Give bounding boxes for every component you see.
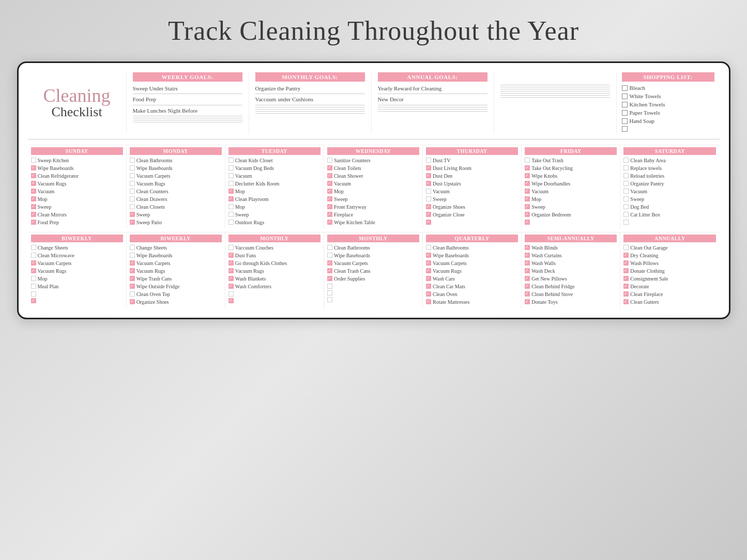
thursday-task-3-checkbox[interactable] [426, 181, 431, 186]
tuesday-task-2-checkbox[interactable] [228, 173, 234, 178]
sunday-task-8-checkbox[interactable] [31, 220, 36, 225]
thursday-bottom-task-3-checkbox[interactable] [426, 268, 431, 273]
saturday-bottom-task-0-checkbox[interactable] [623, 245, 629, 250]
saturday-task-6-checkbox[interactable] [623, 204, 629, 209]
sunday-bottom-task-7-checkbox[interactable] [31, 298, 36, 303]
monday-task-3-checkbox[interactable] [130, 181, 135, 186]
wednesday-task-8-checkbox[interactable] [327, 220, 332, 225]
wednesday-task-4-checkbox[interactable] [327, 189, 332, 194]
sunday-bottom-task-6-checkbox[interactable] [31, 291, 36, 297]
sunday-bottom-task-3-checkbox[interactable] [31, 268, 36, 273]
tuesday-task-0-checkbox[interactable] [228, 158, 234, 163]
tuesday-task-4-checkbox[interactable] [228, 189, 234, 194]
sunday-task-3-checkbox[interactable] [31, 181, 36, 186]
thursday-bottom-task-0-checkbox[interactable] [426, 245, 431, 250]
sunday-bottom-task-0-checkbox[interactable] [31, 245, 36, 250]
wednesday-task-6-checkbox[interactable] [327, 204, 332, 209]
friday-task-2-checkbox[interactable] [525, 173, 530, 178]
thursday-task-6-checkbox[interactable] [426, 204, 431, 209]
friday-bottom-task-2-checkbox[interactable] [525, 260, 530, 266]
wednesday-task-1-checkbox[interactable] [327, 165, 332, 170]
saturday-task-0-checkbox[interactable] [623, 158, 629, 163]
tuesday-task-8-checkbox[interactable] [228, 220, 234, 225]
wednesday-bottom-task-6-checkbox[interactable] [327, 290, 332, 295]
sunday-task-1-checkbox[interactable] [31, 165, 36, 170]
wednesday-bottom-task-1-checkbox[interactable] [327, 253, 332, 258]
sunday-task-7-checkbox[interactable] [31, 212, 36, 217]
blank-checkbox[interactable] [622, 126, 628, 132]
wednesday-task-5-checkbox[interactable] [327, 196, 332, 201]
saturday-bottom-task-3-checkbox[interactable] [623, 268, 629, 273]
tuesday-bottom-task-2-checkbox[interactable] [228, 260, 234, 266]
monday-task-1-checkbox[interactable] [130, 165, 135, 170]
thursday-bottom-task-6-checkbox[interactable] [426, 291, 431, 297]
monday-bottom-task-2-checkbox[interactable] [130, 260, 135, 266]
monday-bottom-task-4-checkbox[interactable] [130, 276, 135, 281]
sunday-bottom-task-4-checkbox[interactable] [31, 276, 36, 281]
saturday-bottom-task-5-checkbox[interactable] [623, 284, 629, 289]
wednesday-bottom-task-2-checkbox[interactable] [327, 260, 332, 266]
friday-bottom-task-3-checkbox[interactable] [525, 268, 530, 273]
friday-task-6-checkbox[interactable] [525, 204, 530, 209]
saturday-task-1-checkbox[interactable] [623, 165, 629, 170]
saturday-task-8-checkbox[interactable] [623, 220, 629, 225]
saturday-task-4-checkbox[interactable] [623, 189, 629, 194]
tuesday-task-1-checkbox[interactable] [228, 165, 234, 170]
friday-task-3-checkbox[interactable] [525, 181, 530, 186]
saturday-bottom-task-7-checkbox[interactable] [623, 299, 629, 304]
tuesday-bottom-task-3-checkbox[interactable] [228, 268, 234, 273]
saturday-task-3-checkbox[interactable] [623, 181, 629, 186]
thursday-bottom-task-2-checkbox[interactable] [426, 260, 431, 266]
sunday-task-5-checkbox[interactable] [31, 196, 36, 201]
sunday-bottom-task-2-checkbox[interactable] [31, 260, 36, 266]
thursday-task-0-checkbox[interactable] [426, 158, 431, 163]
friday-task-5-checkbox[interactable] [525, 196, 530, 201]
saturday-bottom-task-1-checkbox[interactable] [623, 253, 629, 258]
friday-task-0-checkbox[interactable] [525, 158, 530, 163]
kitchen-towels-checkbox[interactable] [622, 102, 628, 107]
tuesday-bottom-task-0-checkbox[interactable] [228, 245, 234, 250]
tuesday-bottom-task-7-checkbox[interactable] [228, 298, 234, 303]
friday-task-1-checkbox[interactable] [525, 165, 530, 170]
wednesday-task-7-checkbox[interactable] [327, 212, 332, 217]
monday-bottom-task-7-checkbox[interactable] [130, 299, 135, 304]
tuesday-bottom-task-5-checkbox[interactable] [228, 284, 234, 289]
friday-bottom-task-4-checkbox[interactable] [525, 276, 530, 281]
paper-towels-checkbox[interactable] [622, 110, 628, 116]
saturday-bottom-task-2-checkbox[interactable] [623, 260, 629, 266]
tuesday-bottom-task-1-checkbox[interactable] [228, 253, 234, 258]
monday-bottom-task-0-checkbox[interactable] [130, 245, 135, 250]
friday-task-7-checkbox[interactable] [525, 212, 530, 217]
sunday-bottom-task-5-checkbox[interactable] [31, 284, 36, 289]
saturday-task-5-checkbox[interactable] [623, 196, 629, 201]
monday-bottom-task-6-checkbox[interactable] [130, 291, 135, 297]
tuesday-task-6-checkbox[interactable] [228, 204, 234, 209]
monday-task-8-checkbox[interactable] [130, 220, 135, 225]
wednesday-bottom-task-0-checkbox[interactable] [327, 245, 332, 250]
monday-bottom-task-5-checkbox[interactable] [130, 284, 135, 289]
wednesday-bottom-task-3-checkbox[interactable] [327, 268, 332, 273]
saturday-task-2-checkbox[interactable] [623, 173, 629, 178]
wednesday-task-3-checkbox[interactable] [327, 181, 332, 186]
monday-bottom-task-3-checkbox[interactable] [130, 268, 135, 273]
thursday-task-4-checkbox[interactable] [426, 189, 431, 194]
thursday-task-1-checkbox[interactable] [426, 165, 431, 170]
monday-bottom-task-1-checkbox[interactable] [130, 253, 135, 258]
thursday-bottom-task-1-checkbox[interactable] [426, 253, 431, 258]
wednesday-bottom-task-5-checkbox[interactable] [327, 284, 332, 289]
friday-bottom-task-7-checkbox[interactable] [525, 299, 530, 304]
wednesday-bottom-task-7-checkbox[interactable] [327, 297, 332, 302]
thursday-task-7-checkbox[interactable] [426, 212, 431, 217]
sunday-task-2-checkbox[interactable] [31, 173, 36, 178]
friday-task-8-checkbox[interactable] [525, 220, 530, 225]
thursday-task-8-checkbox[interactable] [426, 220, 431, 225]
sunday-task-0-checkbox[interactable] [31, 158, 36, 163]
friday-bottom-task-6-checkbox[interactable] [525, 291, 530, 297]
monday-task-6-checkbox[interactable] [130, 204, 135, 209]
thursday-bottom-task-4-checkbox[interactable] [426, 276, 431, 281]
saturday-bottom-task-6-checkbox[interactable] [623, 291, 629, 297]
monday-task-2-checkbox[interactable] [130, 173, 135, 178]
tuesday-task-7-checkbox[interactable] [228, 212, 234, 217]
friday-task-4-checkbox[interactable] [525, 189, 530, 194]
friday-bottom-task-5-checkbox[interactable] [525, 284, 530, 289]
